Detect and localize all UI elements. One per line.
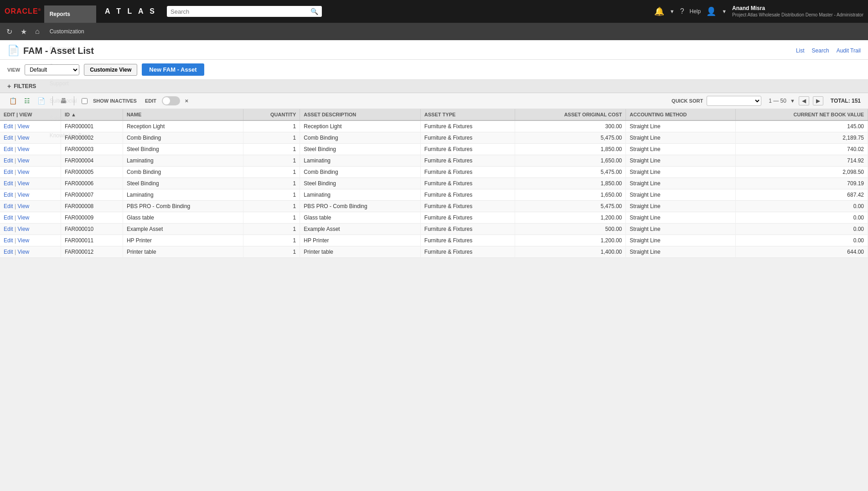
chevron-down-icon[interactable]: ▼ xyxy=(670,9,675,14)
cell-asset-type: Furniture & Fixtures xyxy=(420,224,515,235)
nav-item-suitesocial[interactable]: SuiteSocial xyxy=(44,92,96,110)
history-icon[interactable]: ↻ xyxy=(3,27,16,36)
edit-link[interactable]: Edit xyxy=(4,157,13,164)
edit-link[interactable]: Edit xyxy=(4,226,13,232)
view-label: VIEW xyxy=(7,67,20,73)
print-icon-button[interactable]: 🖶 xyxy=(58,96,68,105)
cell-asset-description: Example Asset xyxy=(300,224,421,235)
filters-bar[interactable]: + FILTERS xyxy=(0,80,868,93)
main-content: EDIT | VIEW ID ▲ NAME QUANTITY ASSET DES… xyxy=(0,109,868,258)
cell-accounting-method: Straight Line xyxy=(626,167,736,178)
cell-edit-view: Edit | View xyxy=(0,189,61,201)
audit-trail-link[interactable]: Audit Trail xyxy=(837,47,861,54)
show-inactives-checkbox[interactable] xyxy=(82,98,88,104)
edit-link[interactable]: Edit xyxy=(4,169,13,175)
cell-id: FAR000003 xyxy=(61,144,123,155)
edit-toggle[interactable] xyxy=(162,96,180,105)
cell-name: Steel Binding xyxy=(123,144,243,155)
col-accounting-method: ACCOUNTING METHOD xyxy=(626,109,736,120)
cell-asset-original-cost: 1,650.00 xyxy=(515,189,625,201)
view-link[interactable]: View xyxy=(17,214,29,221)
notifications-icon[interactable]: 🔔 xyxy=(654,6,664,16)
new-fam-asset-button[interactable]: New FAM - Asset xyxy=(142,63,204,76)
view-link[interactable]: View xyxy=(17,180,29,187)
cell-current-net-book-value: 0.00 xyxy=(735,235,868,246)
edit-link[interactable]: Edit xyxy=(4,203,13,209)
pdf-icon-button[interactable]: 📄 xyxy=(36,96,47,105)
cell-accounting-method: Straight Line xyxy=(626,120,736,132)
cell-asset-description: Laminating xyxy=(300,155,421,167)
view-select[interactable]: Default xyxy=(25,64,79,75)
edit-link[interactable]: Edit xyxy=(4,123,13,130)
edit-link[interactable]: Edit xyxy=(4,237,13,244)
cell-asset-description: HP Printer xyxy=(300,235,421,246)
nav-item-customization[interactable]: Customization xyxy=(44,23,96,40)
cell-asset-original-cost: 1,850.00 xyxy=(515,144,625,155)
cell-asset-type: Furniture & Fixtures xyxy=(420,167,515,178)
quick-sort-select[interactable] xyxy=(707,96,761,106)
cell-quantity: 1 xyxy=(243,224,300,235)
cell-asset-original-cost: 1,200.00 xyxy=(515,235,625,246)
cell-name: Printer table xyxy=(123,246,243,258)
cell-asset-description: Laminating xyxy=(300,189,421,201)
favorites-icon[interactable]: ★ xyxy=(17,27,31,36)
col-asset-type: ASSET TYPE xyxy=(420,109,515,120)
cell-accounting-method: Straight Line xyxy=(626,144,736,155)
nav-item-lists[interactable]: Lists xyxy=(44,0,96,5)
edit-link[interactable]: Edit xyxy=(4,192,13,198)
view-link[interactable]: View xyxy=(17,157,29,164)
table-controls: 📋 ☷ 📄 🖶 SHOW INACTIVES EDIT ✕ QUICK SORT… xyxy=(0,93,868,109)
cell-current-net-book-value: 687.42 xyxy=(735,189,868,201)
cell-name: Glass table xyxy=(123,212,243,224)
cell-current-net-book-value: 0.00 xyxy=(735,224,868,235)
view-link[interactable]: View xyxy=(17,226,29,232)
pagination-info: 1 — 50 xyxy=(769,98,786,104)
cell-accounting-method: Straight Line xyxy=(626,235,736,246)
user-dropdown-arrow[interactable]: ▼ xyxy=(722,9,727,14)
next-page-button[interactable]: ▶ xyxy=(813,96,823,105)
customize-view-button[interactable]: Customize View xyxy=(84,64,137,76)
edit-link[interactable]: Edit xyxy=(4,146,13,152)
view-link[interactable]: View xyxy=(17,135,29,141)
table-row: Edit | View FAR000011 HP Printer 1 HP Pr… xyxy=(0,235,868,246)
cell-edit-view: Edit | View xyxy=(0,212,61,224)
col-current-net-book-value: CURRENT NET BOOK VALUE xyxy=(735,109,868,120)
excel-icon-button[interactable]: ☷ xyxy=(22,96,32,105)
cell-edit-view: Edit | View xyxy=(0,144,61,155)
logo-oracle: ORACLE® xyxy=(5,7,41,16)
view-link[interactable]: View xyxy=(17,169,29,175)
search-input[interactable] xyxy=(170,8,310,15)
cell-asset-original-cost: 500.00 xyxy=(515,224,625,235)
edit-link[interactable]: Edit xyxy=(4,135,13,141)
search-link[interactable]: Search xyxy=(812,47,829,54)
view-link[interactable]: View xyxy=(17,237,29,244)
col-asset-description: ASSET DESCRIPTION xyxy=(300,109,421,120)
nav-item-support[interactable]: Support xyxy=(44,75,96,92)
cell-asset-type: Furniture & Fixtures xyxy=(420,201,515,212)
edit-link[interactable]: Edit xyxy=(4,249,13,255)
search-button[interactable]: 🔍 xyxy=(310,8,318,15)
edit-link[interactable]: Edit xyxy=(4,180,13,187)
cell-asset-description: Comb Binding xyxy=(300,167,421,178)
help-label[interactable]: Help xyxy=(690,8,701,15)
cell-current-net-book-value: 145.00 xyxy=(735,120,868,132)
pagination-dropdown-icon[interactable]: ▼ xyxy=(790,98,795,104)
view-link[interactable]: View xyxy=(17,249,29,255)
view-link[interactable]: View xyxy=(17,123,29,130)
edit-link[interactable]: Edit xyxy=(4,214,13,221)
cell-id: FAR000008 xyxy=(61,201,123,212)
copy-icon-button[interactable]: 📋 xyxy=(7,96,19,105)
prev-page-button[interactable]: ◀ xyxy=(799,96,809,105)
col-quantity: QUANTITY xyxy=(243,109,300,120)
table-row: Edit | View FAR000003 Steel Binding 1 St… xyxy=(0,144,868,155)
view-link[interactable]: View xyxy=(17,203,29,209)
home-icon[interactable]: ⌂ xyxy=(31,27,43,36)
view-link[interactable]: View xyxy=(17,192,29,198)
page-title-area: 📄 FAM - Asset List xyxy=(7,45,94,57)
user-info: Anand Misra Project Atlas Wholesale Dist… xyxy=(732,5,863,18)
view-link[interactable]: View xyxy=(17,146,29,152)
list-link[interactable]: List xyxy=(796,47,805,54)
cell-accounting-method: Straight Line xyxy=(626,201,736,212)
nav-item-reports[interactable]: Reports xyxy=(44,5,96,23)
cell-asset-description: Glass table xyxy=(300,212,421,224)
